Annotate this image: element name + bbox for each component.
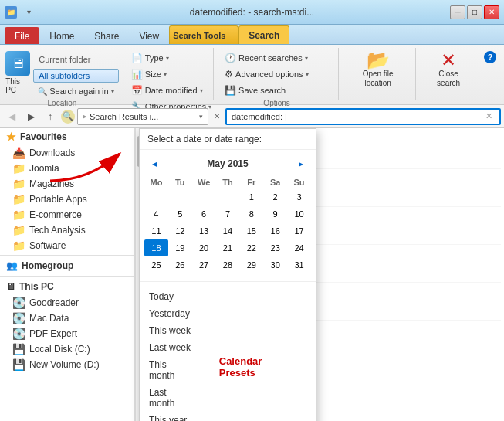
cal-day-cell[interactable]: 20 <box>192 239 216 256</box>
cal-day-header: We <box>192 176 216 188</box>
cal-day-cell[interactable]: 25 <box>144 256 168 273</box>
quick-access-btn[interactable]: ▾ <box>20 4 37 21</box>
sidebar-header-thispc[interactable]: 🖥 This PC <box>0 278 134 295</box>
cal-day-cell[interactable]: 7 <box>216 205 240 222</box>
cal-day-cell[interactable]: 10 <box>287 205 311 222</box>
cal-day-cell[interactable]: 8 <box>239 205 263 222</box>
close-button[interactable]: ✕ <box>484 5 499 19</box>
date-modified-btn[interactable]: 📅 Date modified ▾ <box>127 83 208 97</box>
forward-button[interactable]: ▶ <box>22 108 39 125</box>
date-dropdown-icon: ▾ <box>200 87 203 94</box>
type-btn[interactable]: 📄 Type ▾ <box>127 51 208 65</box>
open-file-location-btn[interactable]: 📂 Open file location <box>345 48 411 91</box>
recent-searches-btn[interactable]: 🕐 Recent searches ▾ <box>220 51 333 65</box>
current-folder-btn[interactable]: Current folder <box>33 53 118 66</box>
cal-day-cell[interactable]: 1 <box>239 188 263 205</box>
cal-day-header: Su <box>287 176 311 188</box>
cal-day-cell[interactable]: 28 <box>216 256 240 273</box>
minimize-button[interactable]: ─ <box>450 5 465 19</box>
software-label: Software <box>29 240 66 251</box>
cal-day-cell[interactable]: 21 <box>216 239 240 256</box>
prev-month-btn[interactable]: ◂ <box>147 157 161 171</box>
search-bar[interactable]: ✕ <box>225 108 501 125</box>
location-search-icon[interactable]: 🔍 <box>61 110 75 124</box>
cal-day-cell[interactable]: 16 <box>263 222 287 239</box>
cal-day-cell[interactable]: 19 <box>168 239 192 256</box>
cal-preset-item[interactable]: Yesterday <box>140 305 204 322</box>
sidebar-item-software[interactable]: 📁 Software <box>0 238 134 253</box>
next-month-btn[interactable]: ▸ <box>294 157 308 171</box>
sidebar-item-tech-analysis[interactable]: 📁 Tech Analysis <box>0 222 134 238</box>
sidebar-header-homegroup[interactable]: 👥 Homegroup <box>0 257 134 274</box>
cal-day-cell[interactable]: 3 <box>287 188 311 205</box>
search-input[interactable] <box>232 112 482 121</box>
cal-day-cell[interactable]: 22 <box>239 239 263 256</box>
search-clear-btn[interactable]: ✕ <box>482 110 495 123</box>
size-btn[interactable]: 📊 Size ▾ <box>127 67 208 81</box>
cal-day-cell[interactable]: 12 <box>168 222 192 239</box>
address-close-btn[interactable]: ✕ <box>211 110 223 123</box>
mac-data-icon: 💽 <box>12 312 25 324</box>
cal-day-cell[interactable]: 14 <box>216 222 240 239</box>
sidebar-item-local-disk[interactable]: 💾 Local Disk (C:) <box>0 341 134 357</box>
date-icon: 📅 <box>131 85 143 96</box>
search-tools-tab[interactable]: Search Tools <box>169 25 238 44</box>
cal-day-cell[interactable]: 13 <box>192 222 216 239</box>
close-search-btn[interactable]: ✕ Close search <box>422 48 475 91</box>
search-again-btn[interactable]: 🔍 Search again in ▾ <box>33 85 118 97</box>
cal-preset-item[interactable]: Today <box>140 288 204 305</box>
date-picker-popup[interactable]: Select a date or date range: ◂ May 2015 … <box>139 128 316 421</box>
sidebar-item-new-volume[interactable]: 💾 New Volume (D:) <box>0 357 134 372</box>
tab-file[interactable]: File <box>5 27 39 44</box>
help-btn[interactable]: ? <box>481 48 499 66</box>
cal-day-cell[interactable]: 24 <box>287 239 311 256</box>
cal-day-cell[interactable]: 6 <box>192 205 216 222</box>
cal-day-cell[interactable]: 26 <box>168 256 192 273</box>
cal-preset-item[interactable]: This month <box>140 356 204 384</box>
sidebar-item-mac-data[interactable]: 💽 Mac Data <box>0 311 134 326</box>
type-icon: 📄 <box>131 53 143 63</box>
cal-day-cell[interactable]: 31 <box>287 256 311 273</box>
cal-day-cell[interactable]: 17 <box>287 222 311 239</box>
cal-day-cell[interactable]: 27 <box>192 256 216 273</box>
sidebar-item-pdf-expert[interactable]: 💽 PDF Expert <box>0 326 134 341</box>
cal-presets-section: TodayYesterdayThis weekLast weekThis mon… <box>140 285 316 421</box>
cal-day-cell[interactable]: 30 <box>263 256 287 273</box>
sidebar-item-ecommerce[interactable]: 📁 E-commerce <box>0 207 134 222</box>
cal-day-cell[interactable]: 2 <box>263 188 287 205</box>
address-bar[interactable]: ▸ Search Results i... ▾ <box>77 108 208 125</box>
sidebar-item-magazines[interactable]: 📁 Magazines <box>0 176 134 192</box>
cal-day-cell[interactable]: 18 <box>144 239 168 256</box>
cal-preset-item[interactable]: Last month <box>140 384 204 412</box>
magazines-folder-icon: 📁 <box>12 178 25 190</box>
advanced-options-btn[interactable]: ⚙ Advanced options ▾ <box>220 67 333 81</box>
cal-day-cell[interactable]: 5 <box>168 205 192 222</box>
tab-share[interactable]: Share <box>84 27 129 44</box>
sidebar-item-goodreader[interactable]: 💽 Goodreader <box>0 295 134 311</box>
maximize-button[interactable]: □ <box>467 5 482 19</box>
address-dropdown-icon[interactable]: ▾ <box>199 113 203 121</box>
cal-day-cell[interactable]: 23 <box>263 239 287 256</box>
cal-preset-item[interactable]: This week <box>140 322 204 339</box>
cal-day-cell[interactable]: 29 <box>239 256 263 273</box>
sidebar-item-downloads[interactable]: 📥 Downloads <box>0 145 134 161</box>
all-subfolders-btn[interactable]: All subfolders <box>33 69 118 83</box>
sidebar-item-joomla[interactable]: 📁 Joomla <box>0 161 134 176</box>
cal-day-cell[interactable]: 4 <box>144 205 168 222</box>
tab-search[interactable]: Search <box>238 25 289 44</box>
this-pc-icon[interactable]: 🖥 This PC <box>5 51 30 94</box>
star-icon: ★ <box>6 131 16 143</box>
back-button[interactable]: ◀ <box>3 108 20 125</box>
main-area: ★ Favourites 📥 Downloads 📁 Joomla 📁 Maga… <box>0 128 504 421</box>
cal-preset-item[interactable]: Last week <box>140 339 204 356</box>
cal-day-cell[interactable]: 15 <box>239 222 263 239</box>
sidebar-header-favourites[interactable]: ★ Favourites <box>0 128 134 145</box>
cal-day-cell[interactable]: 9 <box>263 205 287 222</box>
up-button[interactable]: ↑ <box>42 108 59 125</box>
tab-view[interactable]: View <box>129 27 169 44</box>
sidebar-item-portable-apps[interactable]: 📁 Portable Apps <box>0 192 134 207</box>
save-search-btn[interactable]: 💾 Save search <box>220 83 333 97</box>
cal-day-cell[interactable]: 11 <box>144 222 168 239</box>
cal-preset-item[interactable]: This year <box>140 412 204 421</box>
tab-home[interactable]: Home <box>39 27 84 44</box>
